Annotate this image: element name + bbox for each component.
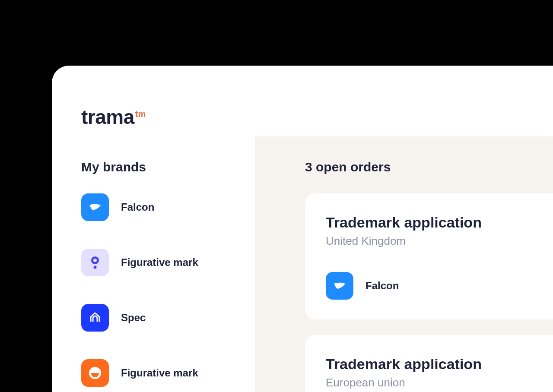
sidebar-item-spec[interactable]: Spec bbox=[81, 304, 198, 332]
sidebar: tramatm My brands Falcon bbox=[52, 66, 255, 392]
svg-point-1 bbox=[93, 259, 97, 262]
sidebar-item-figurative-mark[interactable]: Figurative mark bbox=[81, 249, 198, 276]
sidebar-item-falcon[interactable]: Falcon bbox=[81, 193, 198, 221]
logo-name: trama bbox=[81, 106, 134, 128]
house-arch-icon bbox=[81, 304, 109, 332]
smile-circle-icon bbox=[81, 359, 109, 387]
main-content: 3 open orders Trademark application Unit… bbox=[255, 136, 553, 392]
order-title: Trademark application bbox=[326, 356, 553, 373]
brand-label: Figurative mark bbox=[121, 367, 198, 379]
order-card[interactable]: Trademark application European union bbox=[305, 335, 553, 392]
brand-label: Falcon bbox=[121, 201, 154, 213]
progress-time-left: 6 weeks left bbox=[547, 271, 553, 282]
order-card[interactable]: Trademark application United Kingdom Fal… bbox=[305, 193, 553, 319]
brand-label: Figurative mark bbox=[121, 256, 198, 269]
brand-label: Spec bbox=[121, 312, 146, 324]
logo-suffix: tm bbox=[135, 109, 146, 119]
progress-area: 6 weeks left bbox=[547, 262, 553, 282]
order-region: United Kingdom bbox=[326, 234, 553, 248]
sidebar-title: My brands bbox=[81, 160, 146, 174]
order-title: Trademark application bbox=[326, 214, 553, 231]
order-brand-label: Falcon bbox=[365, 280, 399, 292]
app-window: tramatm My brands Falcon bbox=[52, 66, 553, 392]
app-logo: tramatm bbox=[81, 105, 146, 129]
order-brand-row: Falcon bbox=[326, 272, 553, 300]
falcon-wing-icon bbox=[326, 272, 353, 300]
svg-point-2 bbox=[94, 266, 97, 269]
falcon-wing-icon bbox=[81, 193, 109, 221]
order-region: European union bbox=[326, 376, 553, 389]
brand-list: Falcon Figurative mark bbox=[81, 193, 198, 387]
sidebar-item-figurative-mark-2[interactable]: Figurative mark bbox=[81, 359, 198, 387]
main-title: 3 open orders bbox=[305, 160, 391, 174]
pin-dot-icon bbox=[81, 249, 109, 276]
